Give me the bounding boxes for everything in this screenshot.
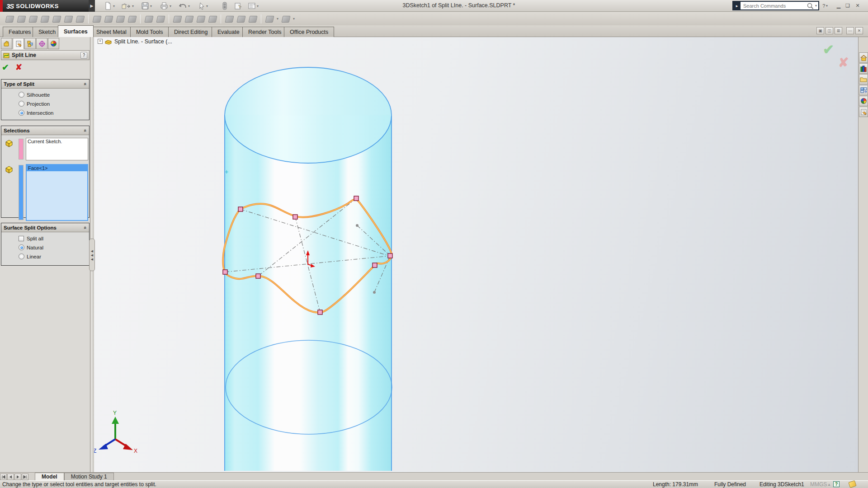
ok-button[interactable]: ✔ (2, 62, 9, 73)
tab-office-products[interactable]: Office Products (284, 27, 334, 37)
restore-button[interactable]: ❏ (844, 2, 852, 9)
feature-manager-tab[interactable] (1, 38, 12, 49)
tab-scroll-first-button[interactable] (0, 474, 7, 480)
cancel-button[interactable]: ✘ (15, 62, 22, 73)
model-canvas[interactable]: + (94, 37, 858, 472)
tab-sketch[interactable]: Sketch (33, 27, 61, 37)
surface-tool-icon[interactable] (281, 14, 291, 23)
confirm-ok-watermark[interactable]: ✔ (823, 42, 834, 57)
rebuild-button[interactable] (220, 1, 230, 10)
model-tab[interactable]: Model (35, 473, 64, 480)
search-input[interactable] (742, 3, 807, 9)
viewport-four-view-button[interactable]: ⊞ (835, 27, 842, 34)
collapse-commandmanager-button[interactable]: — (846, 27, 854, 34)
surface-tool-icon[interactable] (196, 14, 206, 23)
cylinder-surface[interactable] (225, 67, 392, 471)
surface-tool-icon[interactable] (156, 14, 165, 23)
search-commands-box[interactable]: ▸ ▾ (732, 1, 819, 10)
tab-sheet-metal[interactable]: Sheet Metal (90, 27, 132, 37)
surface-tool-icon[interactable] (75, 14, 85, 23)
solidworks-resources-icon[interactable] (859, 52, 868, 63)
motion-study-tab[interactable]: Motion Study 1 (64, 473, 114, 480)
search-icon[interactable] (807, 2, 814, 9)
radio-circle[interactable] (19, 253, 24, 259)
tab-features[interactable]: Features (3, 27, 37, 37)
file-properties-button[interactable] (233, 1, 243, 10)
surface-tool-icon[interactable] (208, 14, 217, 23)
surface-tool-icon[interactable] (40, 14, 50, 23)
tab-scroll-next-button[interactable] (14, 474, 21, 480)
custom-properties-icon[interactable] (859, 107, 868, 117)
graphics-viewport[interactable]: + Split LIne. - Surface (... ▾ ▾ ▾ ▾ (94, 37, 858, 472)
surface-tool-icon[interactable] (63, 14, 73, 23)
search-dropdown-caret[interactable]: ▾ (815, 4, 817, 8)
design-library-icon[interactable] (859, 63, 868, 74)
surface-tool-icon[interactable] (5, 14, 14, 23)
split-all-checkbox[interactable] (19, 236, 24, 241)
radio-intersection[interactable]: Intersection (19, 110, 89, 116)
property-manager-tab[interactable] (13, 38, 24, 49)
surface-tool-icon[interactable] (92, 14, 102, 23)
tool-dropdown-caret[interactable]: ▾ (293, 17, 295, 21)
tab-scroll-last-button[interactable] (22, 474, 28, 480)
new-dropdown-caret[interactable]: ▾ (113, 4, 115, 8)
radio-circle-selected[interactable] (19, 244, 24, 250)
surface-tool-icon[interactable] (115, 14, 125, 23)
open-dropdown-caret[interactable]: ▾ (132, 4, 134, 8)
radio-circle-selected[interactable] (19, 110, 24, 116)
surface-tool-icon[interactable] (264, 14, 274, 23)
units-caret-icon[interactable]: ▲ (827, 483, 831, 487)
dimxpert-manager-tab[interactable] (36, 38, 47, 49)
tab-scroll-prev-button[interactable] (7, 474, 14, 480)
surface-tool-icon[interactable] (172, 14, 182, 23)
options-button[interactable] (247, 1, 257, 10)
display-manager-tab[interactable] (48, 38, 59, 49)
radio-projection[interactable]: Projection (19, 101, 89, 107)
selections-header[interactable]: Selections« (1, 126, 89, 135)
surface-tool-icon[interactable] (104, 14, 113, 23)
surface-split-options-header[interactable]: Surface Split Options« (1, 223, 89, 232)
surface-tool-icon[interactable] (248, 14, 258, 23)
tab-direct-editing[interactable]: Direct Editing (168, 27, 213, 37)
surface-tool-icon[interactable] (144, 14, 154, 23)
status-help-icon[interactable]: ? (833, 481, 840, 487)
select-dropdown-caret[interactable]: ▾ (206, 4, 208, 8)
tab-surfaces[interactable]: Surfaces (58, 25, 94, 37)
spline-handle-dot[interactable] (356, 224, 359, 227)
radio-natural[interactable]: Natural (19, 244, 89, 250)
surface-tool-icon[interactable] (184, 14, 194, 23)
open-button[interactable] (121, 1, 131, 10)
spline-handle-dot[interactable] (373, 291, 376, 294)
select-cursor-button[interactable] (197, 1, 207, 10)
file-explorer-icon[interactable] (859, 74, 868, 84)
type-of-split-header[interactable]: Type of Split« (1, 80, 89, 89)
tool-dropdown-caret[interactable]: ▾ (277, 17, 278, 21)
sketch-selection-box[interactable]: Current Sketch. (26, 138, 88, 160)
radio-circle[interactable] (19, 92, 24, 98)
surface-tool-icon[interactable] (224, 14, 234, 23)
help-button[interactable]: ?▾ (821, 2, 829, 9)
search-scope-icon[interactable]: ▸ (733, 2, 741, 9)
help-icon[interactable]: ? (80, 52, 87, 59)
undo-dropdown-caret[interactable]: ▾ (188, 4, 190, 8)
new-document-button[interactable] (103, 1, 113, 10)
status-units[interactable]: MMGS (810, 481, 827, 488)
confirm-cancel-watermark[interactable]: ✘ (838, 55, 849, 70)
surface-tool-icon[interactable] (127, 14, 137, 23)
face-selection-box[interactable]: Face<1> (26, 164, 88, 221)
split-all-checkbox-row[interactable]: Split all (19, 236, 89, 241)
print-dropdown-caret[interactable]: ▾ (170, 4, 171, 8)
surface-tool-icon[interactable] (52, 14, 61, 23)
save-dropdown-caret[interactable]: ▾ (150, 4, 152, 8)
close-button[interactable]: ✕ (854, 2, 862, 9)
minimize-button[interactable]: ▁ (835, 2, 843, 9)
status-tag-icon[interactable] (848, 480, 856, 488)
view-palette-icon[interactable] (859, 85, 868, 95)
tab-mold-tools[interactable]: Mold Tools (130, 27, 169, 37)
configuration-manager-tab[interactable] (24, 38, 36, 49)
surface-tool-icon[interactable] (16, 14, 26, 23)
undo-button[interactable] (178, 1, 188, 10)
viewport-two-view-button[interactable]: ◫ (826, 27, 833, 34)
appearances-scenes-icon[interactable] (859, 96, 868, 106)
radio-linear[interactable]: Linear (19, 253, 89, 259)
